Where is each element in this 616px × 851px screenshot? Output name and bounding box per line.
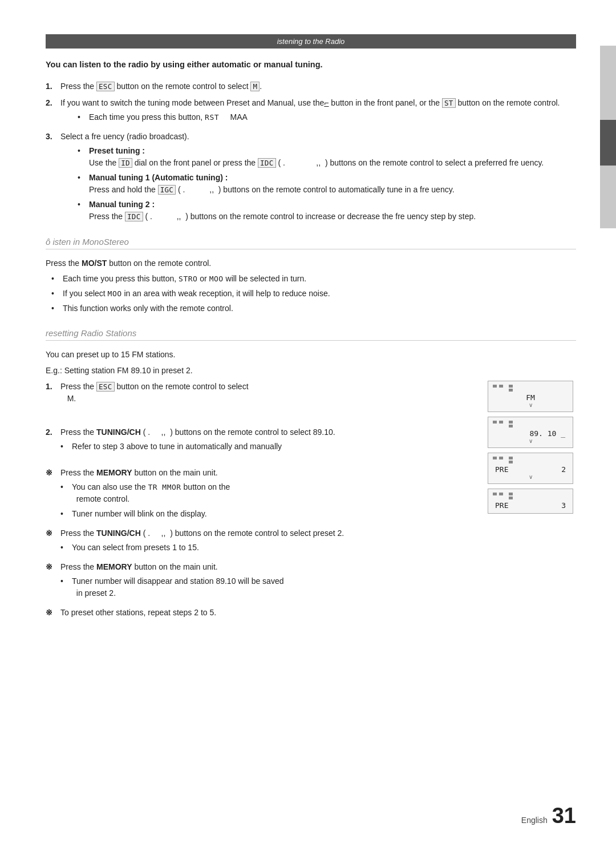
lcd-pre2-num: 2 (561, 465, 566, 474)
lcd-fm-text: FM (493, 393, 568, 402)
bullet-manual1: • Manual tuning 1 (Automatic tuning) : P… (78, 172, 544, 196)
preset-steps-list: 1. Press the ESC button on the remote co… (46, 381, 476, 619)
preset-step3-bullet2: • Tuner number will blink on the display… (60, 508, 230, 520)
step-3: 3. Select a fre uency (radio broadcast).… (46, 131, 576, 225)
lcd-freq-text: 89. 10 _ (493, 429, 568, 438)
lcd-pre3-num: 3 (561, 501, 566, 510)
lcd-pre3-label: PRE (495, 501, 508, 510)
mono-stereo-intro: Press the MO/ST button on the remote con… (46, 257, 576, 270)
lcd-panels: FM ∨ 89. 10 _ ∨ (488, 381, 576, 514)
mono-bullet-1: • Each time you press this button, STRO … (51, 273, 576, 285)
lcd-pre2-label: PRE (495, 465, 508, 474)
preset-intro1: You can preset up to 15 FM stations. (46, 349, 576, 361)
mono-stereo-heading: ô isten in MonoStereo (46, 237, 576, 249)
sidebar-tab-active (600, 120, 616, 166)
intro-text: You can listen to the radio by using eit… (46, 59, 576, 71)
page-footer: English 31 (521, 804, 576, 828)
preset-step-5: ※ Press the MEMORY button on the main un… (46, 561, 476, 602)
preset-step-6: ※ To preset other stations, repeat steps… (46, 607, 476, 619)
preset-step2-bullet: • Refer to step 3 above to tune in autom… (60, 441, 335, 453)
presetting-heading: resetting Radio Stations (46, 328, 576, 341)
preset-step-4: ※ Press the TUNING/CH ( . ,, ) buttons o… (46, 527, 476, 556)
preset-step-3: ※ Press the MEMORY button on the main un… (46, 467, 476, 523)
section-header: istening to the Radio (46, 34, 576, 49)
step-1: 1. Press the ESC button on the remote co… (46, 80, 576, 92)
step2-bullets: • Each time you press this button, RST M… (78, 111, 560, 123)
bullet-preset: • Preset tuning : Use the ID dial on the… (78, 145, 544, 169)
preset-step4-bullet1: • You can select from presets 1 to 15. (60, 542, 344, 554)
preset-intro2: E.g.: Setting station FM 89.10 in preset… (46, 365, 576, 377)
page-container: Operation istening to the Radio You can … (0, 0, 616, 851)
preset-step5-bullet1: • Tuner number will disappear and statio… (60, 575, 283, 599)
lcd-panel-pre3: PRE 3 (488, 489, 573, 514)
lcd-panel-pre2: PRE 2 ∨ (488, 453, 573, 484)
mono-bullet-3: • This function works only with the remo… (51, 303, 576, 314)
step3-bullets: • Preset tuning : Use the ID dial on the… (78, 145, 544, 223)
preset-content: 1. Press the ESC button on the remote co… (46, 381, 576, 624)
preset-steps-left: 1. Press the ESC button on the remote co… (46, 381, 476, 624)
preset-step3-bullet1: • You can also use the TR MMOR button on… (60, 481, 230, 505)
mono-stereo-bullets: • Each time you press this button, STRO … (51, 273, 576, 314)
footer-language: English (521, 816, 548, 825)
footer-page-number: 31 (552, 804, 576, 828)
steps-list: 1. Press the ESC button on the remote co… (46, 80, 576, 225)
lcd-panel-fm: FM ∨ (488, 381, 573, 412)
preset-step-1: 1. Press the ESC button on the remote co… (46, 381, 476, 405)
step2-bullet-1: • Each time you press this button, RST M… (78, 111, 560, 123)
preset-step-2: 2. Press the TUNING/CH ( . ,, ) buttons … (46, 426, 476, 455)
lcd-panel-freq: 89. 10 _ ∨ (488, 417, 573, 448)
step-2: 2. If you want to switch the tuning mode… (46, 97, 576, 126)
bullet-manual2: • Manual tuning 2 : Press the IDC ( . ,,… (78, 199, 544, 223)
mono-bullet-2: • If you select MOO in an area with weak… (51, 288, 576, 300)
